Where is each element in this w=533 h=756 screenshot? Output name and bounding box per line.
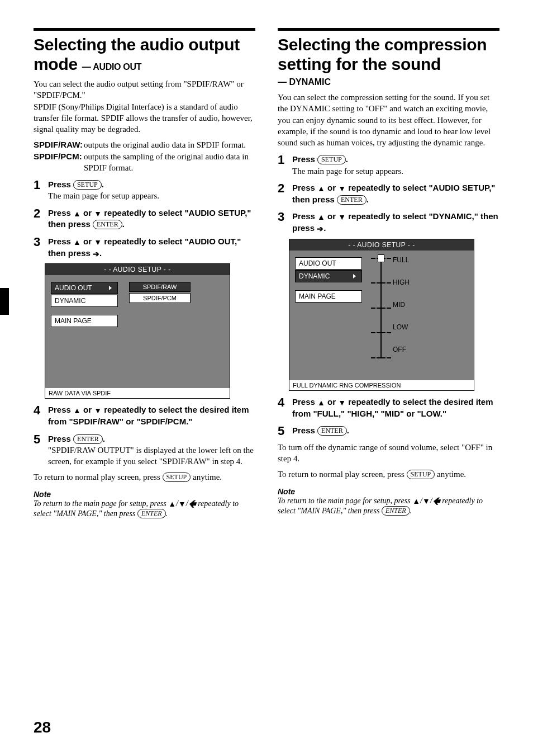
arrow-up-icon: ▲ xyxy=(412,496,420,506)
section-title: Selecting the compression setting for th… xyxy=(278,35,499,74)
arrow-up-icon: ▲ xyxy=(317,398,325,408)
dynamic-slider[interactable]: FULL HIGH MID LOW OFF xyxy=(376,253,410,368)
osd-title: - - AUDIO SETUP - - xyxy=(45,264,230,275)
step-1: 1 Press SETUP. The main page for setup a… xyxy=(278,154,499,177)
arrow-up-icon: ▲ xyxy=(317,183,325,194)
two-column-layout: Selecting the audio output mode — AUDIO … xyxy=(34,28,499,519)
section-rule xyxy=(34,28,255,31)
arrow-up-icon: ▲ xyxy=(317,212,325,223)
slider-tick xyxy=(377,282,386,284)
osd-item-dynamic[interactable]: DYNAMIC xyxy=(51,295,118,307)
setup-key: SETUP xyxy=(73,180,102,190)
arrow-up-icon: ▲ xyxy=(73,237,81,248)
setup-key: SETUP xyxy=(163,472,191,482)
step-1: 1 Press SETUP. The main page for setup a… xyxy=(34,179,255,202)
step-2: 2 Press ▲ or ▼ repeatedly to select "AUD… xyxy=(278,182,499,205)
slider-label-low: LOW xyxy=(393,323,410,333)
arrow-down-icon: ▼ xyxy=(94,237,102,248)
step-3: 3 Press ▲ or ▼ repeatedly to select "AUD… xyxy=(34,236,255,259)
arrow-left-icon: 🢀 xyxy=(432,496,440,506)
arrow-right-icon: ➔ xyxy=(93,249,99,259)
slider-label-high: HIGH xyxy=(393,278,410,289)
title-line-2: mode xyxy=(34,55,78,73)
section-subtitle-line: — DYNAMIC xyxy=(278,77,499,87)
note-heading: Note xyxy=(278,487,499,496)
left-column: Selecting the audio output mode — AUDIO … xyxy=(34,28,255,519)
return-text: To return to normal play screen, press S… xyxy=(34,471,255,483)
osd-option-spdif-pcm[interactable]: SPDIF/PCM xyxy=(129,293,191,303)
arrow-down-icon: ▼ xyxy=(422,496,430,506)
section-subtitle: AUDIO OUT xyxy=(93,62,141,72)
triangle-right-icon xyxy=(109,286,112,290)
arrow-down-icon: ▼ xyxy=(178,499,186,509)
definition-list: SPDIF/RAW:outputs the original audio dat… xyxy=(34,139,255,173)
osd-option-spdif-raw[interactable]: SPDIF/RAW xyxy=(129,282,191,292)
title-line-1: Selecting the compression xyxy=(278,35,487,54)
osd-item-audio-out[interactable]: AUDIO OUT xyxy=(295,257,362,270)
note-heading: Note xyxy=(34,490,255,499)
step-sub: "SPDIF/RAW OUTPUT" is displayed at the l… xyxy=(48,445,255,467)
slider-label-full: FULL xyxy=(393,256,410,266)
step-2: 2 Press ▲ or ▼ repeatedly to select "AUD… xyxy=(34,207,255,230)
enter-key: ENTER xyxy=(137,509,166,518)
triangle-right-icon xyxy=(353,274,356,278)
setup-key: SETUP xyxy=(317,155,346,164)
slider-handle[interactable] xyxy=(378,254,384,262)
step-sub: The main page for setup appears. xyxy=(48,190,159,201)
section-subtitle: DYNAMIC xyxy=(289,77,331,87)
def-term: SPDIF/PCM: xyxy=(34,151,84,174)
return-text: To return to normal play screen, press S… xyxy=(278,469,499,480)
osd-item-main-page[interactable]: MAIN PAGE xyxy=(295,290,362,303)
step-4: 4 Press ▲ or ▼ repeatedly to select the … xyxy=(278,396,499,419)
enter-key: ENTER xyxy=(382,506,410,516)
step-sub: The main page for setup appears. xyxy=(292,166,403,177)
title-line-1: Selecting the audio output xyxy=(34,35,240,54)
slider-label-off: OFF xyxy=(393,346,410,356)
arrow-right-icon: ➔ xyxy=(317,224,323,234)
step-4: 4 Press ▲ or ▼ repeatedly to select the … xyxy=(34,404,255,427)
osd-item-dynamic[interactable]: DYNAMIC xyxy=(295,270,362,282)
intro-paragraph: You can select the compression setting f… xyxy=(278,92,499,148)
osd-item-audio-out[interactable]: AUDIO OUT xyxy=(51,282,118,294)
arrow-down-icon: ▼ xyxy=(94,209,102,219)
steps-list: 1 Press SETUP. The main page for setup a… xyxy=(34,179,255,259)
osd-title: - - AUDIO SETUP - - xyxy=(289,239,474,251)
slider-tick xyxy=(377,332,386,333)
page-number: 28 xyxy=(34,719,51,736)
slider-tick xyxy=(377,357,386,358)
section-rule xyxy=(278,28,499,31)
note-body: To return to the main page for setup, pr… xyxy=(34,499,255,519)
title-line-2: setting for the sound xyxy=(278,55,441,73)
enter-key: ENTER xyxy=(337,195,367,205)
step-5: 5 Press ENTER. "SPDIF/RAW OUTPUT" is dis… xyxy=(34,433,255,467)
enter-key: ENTER xyxy=(73,434,103,444)
enter-key: ENTER xyxy=(317,426,347,436)
setup-key: SETUP xyxy=(407,470,435,479)
arrow-down-icon: ▼ xyxy=(338,212,346,223)
osd-status: FULL DYNAMIC RNG COMPRESSION xyxy=(289,380,474,390)
off-text: To turn off the dynamic range of sound v… xyxy=(278,442,499,465)
arrow-up-icon: ▲ xyxy=(73,209,81,219)
slider-line xyxy=(380,259,382,358)
step-5: 5 Press ENTER. xyxy=(278,425,499,437)
right-column: Selecting the compression setting for th… xyxy=(278,28,499,519)
slider-labels: FULL HIGH MID LOW OFF xyxy=(393,253,410,368)
osd-item-main-page[interactable]: MAIN PAGE xyxy=(51,315,118,327)
edge-tab-marker xyxy=(0,288,9,315)
slider-tick xyxy=(377,308,386,309)
arrow-up-icon: ▲ xyxy=(73,405,81,416)
arrow-down-icon: ▼ xyxy=(338,183,346,194)
osd-status: RAW DATA VIA SPDIF xyxy=(45,388,230,398)
def-desc: outputs the original audio data in SPDIF… xyxy=(84,139,246,150)
enter-key: ENTER xyxy=(93,220,122,229)
note-body: To return to the main page for setup, pr… xyxy=(278,496,499,516)
arrow-left-icon: 🢀 xyxy=(188,499,196,509)
intro-paragraph: You can select the audio output setting … xyxy=(34,78,255,135)
arrow-down-icon: ▼ xyxy=(338,398,346,408)
osd-audio-setup-left: - - AUDIO SETUP - - AUDIO OUT DYNAMIC MA… xyxy=(45,263,230,399)
section-title: Selecting the audio output mode — AUDIO … xyxy=(34,35,255,74)
steps-list: 1 Press SETUP. The main page for setup a… xyxy=(278,154,499,234)
slider-label-mid: MID xyxy=(393,301,410,311)
def-term: SPDIF/RAW: xyxy=(34,139,84,150)
arrow-up-icon: ▲ xyxy=(168,499,176,509)
